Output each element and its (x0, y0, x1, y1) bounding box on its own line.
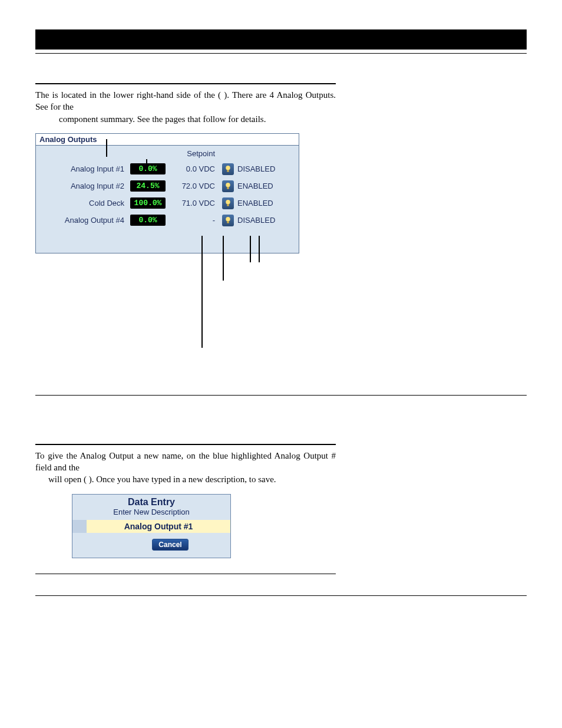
svg-rect-5 (227, 204, 229, 206)
text: The (35, 90, 52, 100)
output-setpoint[interactable]: - (166, 216, 219, 225)
lightbulb-icon[interactable] (222, 180, 234, 192)
page-footer-rule (35, 595, 527, 607)
panel-title: Analog Outputs (36, 134, 299, 146)
output-percent-readout: 24.5% (130, 180, 166, 192)
output-setpoint[interactable]: 0.0 VDC (166, 164, 219, 173)
text: To give the Analog Output a new name, (35, 451, 187, 460)
lightbulb-icon[interactable] (222, 163, 234, 175)
setpoint-header: Setpoint (166, 149, 219, 158)
output-status[interactable]: ENABLED (237, 199, 293, 207)
text: component summary. See the pages that fo… (59, 114, 266, 124)
output-percent-readout: 0.0% (130, 163, 166, 174)
text: ( (218, 90, 221, 100)
text: is located in the lower right-hand side … (52, 90, 219, 100)
lightbulb-icon[interactable] (222, 215, 234, 226)
text: for the (50, 102, 74, 111)
description-input[interactable]: Analog Output #1 (87, 520, 230, 533)
analog-output-row: Analog Output #4 0.0% - DISABLED (42, 215, 293, 226)
output-percent-readout: 0.0% (130, 215, 166, 226)
output-status[interactable]: DISABLED (237, 216, 293, 225)
section-rule (35, 83, 336, 84)
output-name-field[interactable]: Analog Output #4 (42, 216, 130, 225)
data-entry-dialog: Data Entry Enter New Description Analog … (72, 494, 231, 558)
section-end-rule (35, 574, 336, 574)
output-setpoint[interactable]: 72.0 VDC (166, 182, 219, 190)
svg-rect-1 (227, 170, 229, 172)
section-rule (35, 444, 336, 445)
dialog-subtitle: Enter New Description (72, 508, 230, 520)
analog-output-row: Cold Deck 100.0% 71.0 VDC ENABLED (42, 197, 293, 209)
text: to save. (249, 475, 276, 484)
output-name-field[interactable]: Cold Deck (42, 199, 130, 207)
output-name-field[interactable]: Analog Input #1 (42, 164, 130, 173)
svg-point-0 (226, 166, 230, 170)
section2-paragraph: To give the Analog Output a new name, on… (35, 450, 336, 486)
page-header-bar (35, 29, 527, 50)
text: will open ( (48, 475, 87, 484)
text: ). Once you have typed in a new descript… (89, 475, 249, 484)
output-setpoint[interactable]: 71.0 VDC (166, 199, 219, 207)
panel-header-row: Setpoint (42, 149, 293, 158)
svg-rect-3 (227, 187, 229, 189)
dialog-field-gutter (72, 520, 87, 533)
section1-paragraph: The is located in the lower right-hand s… (35, 89, 336, 125)
lightbulb-icon[interactable] (222, 197, 234, 209)
svg-point-6 (226, 217, 230, 221)
svg-point-2 (226, 183, 230, 187)
svg-point-4 (226, 200, 230, 204)
analog-output-row: Analog Input #1 0.0% 0.0 VDC DISABLED (42, 163, 293, 175)
svg-rect-7 (227, 221, 229, 223)
output-name-field[interactable]: Analog Input #2 (42, 182, 130, 190)
dialog-title: Data Entry (72, 495, 230, 508)
analog-output-row: Analog Input #2 24.5% 72.0 VDC ENABLED (42, 180, 293, 192)
cancel-button[interactable]: Cancel (152, 539, 188, 551)
output-status[interactable]: DISABLED (237, 164, 293, 173)
output-status[interactable]: ENABLED (237, 182, 293, 190)
output-percent-readout: 100.0% (130, 197, 166, 209)
